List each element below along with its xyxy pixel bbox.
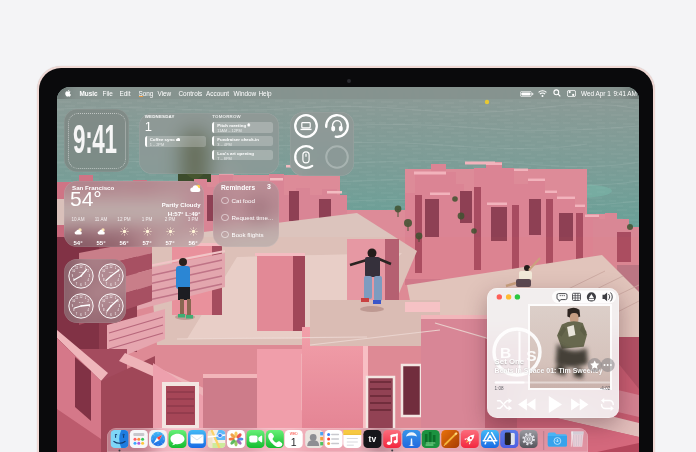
svg-text:tv: tv bbox=[369, 434, 377, 444]
svg-text:TOK: TOK bbox=[109, 271, 114, 273]
svg-text:1: 1 bbox=[291, 436, 297, 448]
svg-text:SYD: SYD bbox=[79, 301, 84, 303]
svg-text:Set One: Set One bbox=[495, 357, 525, 366]
svg-text:Beats In Space 01: Tim Sweeney: Beats In Space 01: Tim Sweeney bbox=[495, 367, 603, 375]
svg-text:-4:02: -4:02 bbox=[600, 386, 611, 391]
svg-text:1:08: 1:08 bbox=[495, 386, 504, 391]
svg-text:PAR: PAR bbox=[109, 301, 114, 303]
svg-text:S: S bbox=[526, 347, 536, 364]
